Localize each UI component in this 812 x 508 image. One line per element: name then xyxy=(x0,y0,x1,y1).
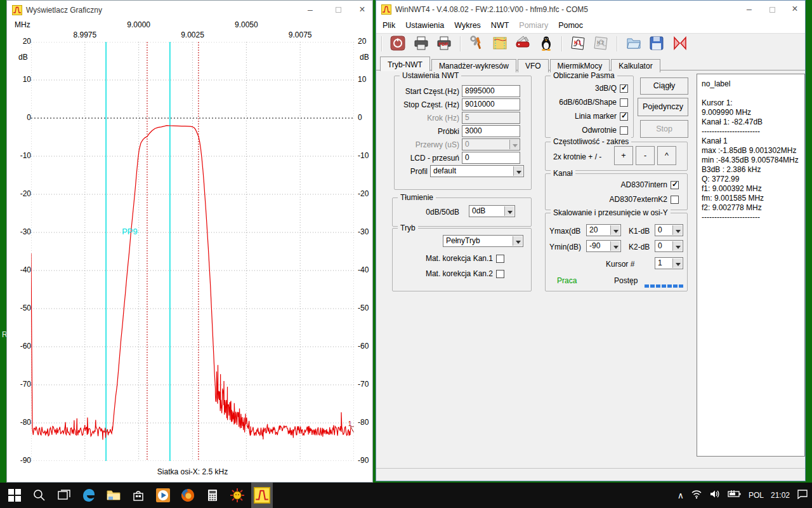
edge-icon[interactable] xyxy=(81,487,97,504)
pasmo-label: 3dB/Q xyxy=(548,84,617,93)
save-icon[interactable] xyxy=(647,35,666,53)
graph-display-icon[interactable] xyxy=(490,35,509,53)
chevron-down-icon[interactable] xyxy=(610,225,620,235)
calculator-icon[interactable] xyxy=(204,487,221,504)
minimize-button[interactable]: – xyxy=(738,1,761,18)
chevron-down-icon[interactable] xyxy=(513,166,523,176)
k2-combo[interactable]: 0 xyxy=(655,240,683,252)
status-bar xyxy=(376,468,805,481)
battery-icon[interactable] xyxy=(728,489,742,502)
pdf-print-icon[interactable]: PDF xyxy=(435,35,454,53)
postep-label: Postęp xyxy=(614,276,638,285)
info-panel-line: Kanał 1: -82.47dB xyxy=(702,117,800,127)
pasmo-checkbox-linia-marker[interactable] xyxy=(620,112,628,121)
k1-combo[interactable]: 0 xyxy=(655,224,683,236)
ymin-combo[interactable]: -90 xyxy=(586,240,621,252)
toolbar: PDF K1 K2 xyxy=(376,33,805,55)
maximize-button[interactable] xyxy=(761,1,783,18)
k2-curve-icon[interactable]: K2 xyxy=(592,35,611,53)
clock[interactable]: 21:02 xyxy=(771,491,790,500)
kursor-combo[interactable]: 1 xyxy=(655,257,683,269)
app-icon xyxy=(12,5,22,15)
field-profil[interactable]: default xyxy=(430,165,524,177)
y-tick-left: -70 xyxy=(8,380,31,389)
open-folder-icon[interactable] xyxy=(624,35,643,53)
chevron-down-icon[interactable] xyxy=(672,241,682,251)
pasmo-checkbox-odwrotnie[interactable] xyxy=(620,126,628,135)
field-lcd-przesu-[interactable]: 0 xyxy=(462,152,520,164)
pasmo-checkbox-3db-q[interactable] xyxy=(620,84,628,93)
tray-chevron-icon[interactable]: ∧ xyxy=(678,490,684,500)
taskbar-active-app-winnwt[interactable] xyxy=(251,483,273,508)
tryb-combo[interactable]: PełnyTryb xyxy=(443,235,523,247)
chevron-down-icon[interactable] xyxy=(513,236,522,246)
graph-window: Wyświetlacz Graficzny – × MHz dB dB 2020… xyxy=(6,0,373,483)
media-player-icon[interactable] xyxy=(155,487,171,504)
field-start-cz-st-hz-[interactable]: 8995000 xyxy=(462,85,520,97)
attenuator-combo[interactable]: 0dB xyxy=(469,205,515,217)
minimize-button[interactable]: – xyxy=(299,1,322,20)
group-czestotliwosc-zakres: Częstotliwość - zakres 2x krotnie + / - … xyxy=(545,142,688,171)
ymax-combo[interactable]: 20 xyxy=(586,224,621,236)
info-panel-line: B3dB : 2.386 kHz xyxy=(702,165,800,175)
tab-miermikmocy[interactable]: MiermikMocy xyxy=(550,59,610,72)
tab-kalkulator[interactable]: Kalkulator xyxy=(611,59,660,72)
file-explorer-icon[interactable] xyxy=(105,487,122,504)
task-view-icon[interactable] xyxy=(56,487,72,504)
tab-vfo[interactable]: VFO xyxy=(518,59,549,72)
freq-up-button[interactable]: ^ xyxy=(657,146,676,165)
kanal-checkbox-ad8307intern[interactable] xyxy=(671,181,679,189)
chevron-down-icon xyxy=(509,140,519,149)
y-tick-left: -80 xyxy=(8,418,31,427)
field-stop-cz-st-hz-[interactable]: 9010000 xyxy=(462,98,520,110)
swiss-knife-icon[interactable] xyxy=(513,35,532,53)
close-button[interactable]: × xyxy=(351,1,374,20)
kanal-checkbox-ad8307externk2[interactable] xyxy=(671,196,679,204)
maximize-button[interactable] xyxy=(327,1,350,20)
tux-icon[interactable] xyxy=(537,35,556,53)
volume-icon[interactable] xyxy=(709,489,721,502)
menu-nwt[interactable]: NWT xyxy=(486,18,514,32)
chevron-down-icon[interactable] xyxy=(504,206,514,216)
action-center-icon[interactable] xyxy=(797,489,808,502)
y-tick-left: -10 xyxy=(8,151,31,160)
store-icon[interactable] xyxy=(130,487,147,504)
chevron-down-icon[interactable] xyxy=(672,225,682,235)
group-title: Skalowanie i przesunięcie w osi-Y xyxy=(551,208,671,217)
start-button[interactable] xyxy=(6,487,23,504)
menu-pomoc[interactable]: Pomoc xyxy=(553,18,588,32)
wifi-icon[interactable] xyxy=(691,489,702,502)
menu-wykres[interactable]: Wykres xyxy=(449,18,486,32)
tab-tryb-nwt[interactable]: Tryb-NWT xyxy=(380,57,430,71)
tools-icon[interactable] xyxy=(467,35,486,53)
info-panel-line xyxy=(702,89,800,98)
group-tlumienie: Tłumienie 0dB/50dB 0dB xyxy=(392,197,532,227)
search-icon[interactable] xyxy=(31,487,48,504)
tab-manadżer-wykresów[interactable]: Manadżer-wykresów xyxy=(431,59,516,72)
graph-window-titlebar[interactable]: Wyświetlacz Graficzny – × xyxy=(7,1,372,20)
firefox-icon[interactable] xyxy=(180,487,196,504)
power-icon[interactable] xyxy=(388,35,407,53)
field-pr-bki[interactable]: 3000 xyxy=(462,125,520,137)
sun-app-icon[interactable] xyxy=(229,487,246,504)
freq-plus-button[interactable]: + xyxy=(614,146,633,165)
chevron-down-icon[interactable] xyxy=(672,258,682,268)
cursor-marker[interactable] xyxy=(351,427,354,432)
axis-unit-mhz: MHz xyxy=(15,20,30,29)
main-window-titlebar[interactable]: WinNWT4 - V.4.08.02 - FW:2.110:V00 - hfm… xyxy=(376,1,805,18)
freq-minus-button[interactable]: - xyxy=(636,146,655,165)
language-indicator[interactable]: POL xyxy=(749,491,764,500)
print-icon[interactable] xyxy=(412,35,431,53)
pojedynczy-button[interactable]: Pojedynczy xyxy=(638,98,688,116)
tryb-checkbox-mat-korekcja-kan-1[interactable] xyxy=(496,255,504,263)
tryb-checkbox-mat-korekcja-kan-2[interactable] xyxy=(496,270,504,278)
close-button[interactable]: × xyxy=(783,1,806,18)
ciągły-button[interactable]: Ciągły xyxy=(640,77,688,95)
menu-ustawienia[interactable]: Ustawienia xyxy=(400,18,449,32)
k1-curve-icon[interactable]: K1 xyxy=(569,35,588,53)
plot-canvas[interactable]: PP91 xyxy=(31,42,354,461)
delete-sweep-icon[interactable] xyxy=(671,35,690,53)
menu-plik[interactable]: Plik xyxy=(377,18,400,32)
pasmo-checkbox-6db-60db-shape[interactable] xyxy=(620,98,628,107)
chevron-down-icon[interactable] xyxy=(610,241,620,251)
